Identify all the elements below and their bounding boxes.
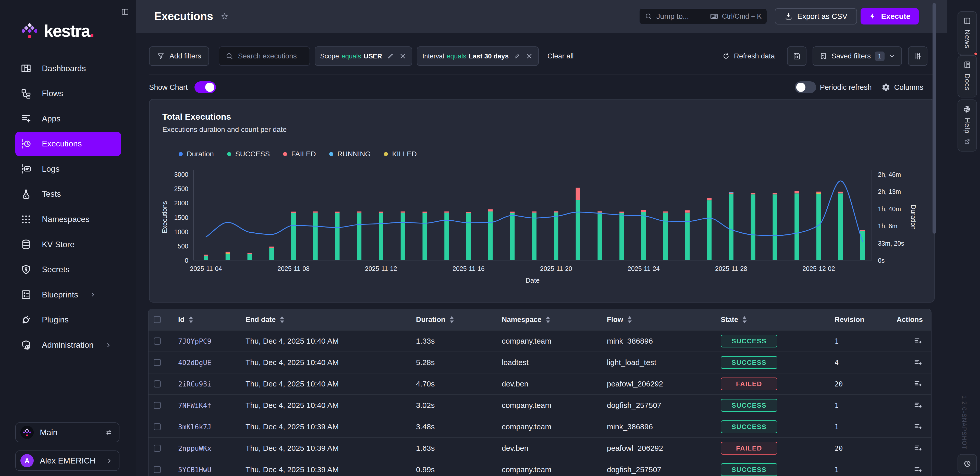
sidebar-item-blueprints[interactable]: Blueprints <box>15 282 121 307</box>
row-checkbox[interactable] <box>154 402 161 409</box>
add-filters-button[interactable]: Add filters <box>149 46 209 66</box>
column-header-namespace[interactable]: Namespace <box>502 316 607 324</box>
sidebar-item-plugins[interactable]: Plugins <box>15 308 121 332</box>
edit-icon[interactable] <box>387 53 394 59</box>
rail-tab-news[interactable]: News <box>958 11 977 55</box>
row-checkbox[interactable] <box>154 466 161 473</box>
search-placeholder: Search executions <box>238 52 297 60</box>
scrollbar-thumb[interactable] <box>932 3 936 234</box>
svg-text:2025-12-02: 2025-12-02 <box>802 265 835 272</box>
display-options-button[interactable] <box>908 46 928 66</box>
table-row[interactable]: 5YCB1HwUThu, Dec 4, 2025 10:39 AM0.99sco… <box>148 459 931 476</box>
refresh-icon <box>722 52 730 60</box>
favorite-star-icon[interactable] <box>220 12 229 21</box>
jump-to-search[interactable]: Jump to... Ctrl/Cmd + K <box>639 8 767 24</box>
blueprints-icon <box>21 289 32 300</box>
sort-icon[interactable] <box>280 316 284 324</box>
execution-id-link[interactable]: 4D2dDgUE <box>178 359 245 367</box>
table-row[interactable]: 2iRCu93iThu, Dec 4, 2025 10:40 AM4.70sde… <box>148 373 931 394</box>
column-header-flow[interactable]: Flow <box>607 316 721 324</box>
clear-all-button[interactable]: Clear all <box>547 52 574 60</box>
history-button[interactable] <box>958 454 977 473</box>
close-icon[interactable] <box>525 52 533 60</box>
chip-value: Last 30 days <box>469 52 509 60</box>
row-checkbox[interactable] <box>154 359 161 366</box>
row-actions-icon[interactable] <box>913 443 923 453</box>
column-header-duration[interactable]: Duration <box>416 316 502 324</box>
svg-text:0: 0 <box>185 257 188 264</box>
sort-icon[interactable] <box>189 316 193 324</box>
sidebar-item-namespaces[interactable]: Namespaces <box>15 207 121 232</box>
show-chart-toggle[interactable] <box>194 81 216 93</box>
sidebar-item-flows[interactable]: Flows <box>15 81 121 106</box>
rail-tab-docs[interactable]: Docs <box>958 55 977 97</box>
sidebar-item-administration[interactable]: Administration <box>15 333 121 357</box>
column-header-end-date[interactable]: End date <box>245 316 416 324</box>
periodic-refresh-toggle[interactable] <box>795 81 816 93</box>
switch-tenant-icon[interactable] <box>105 428 113 436</box>
table-row[interactable]: 7JQYpPC9Thu, Dec 4, 2025 10:40 AM1.33sco… <box>148 330 931 352</box>
tenant-selector[interactable]: Main <box>15 422 119 442</box>
column-header-id[interactable]: Id <box>178 316 245 324</box>
svg-text:Date: Date <box>526 276 540 284</box>
save-filter-button[interactable] <box>787 46 807 66</box>
execution-id-link[interactable]: 3mKl6k7J <box>178 423 245 431</box>
sidebar-item-kv-store[interactable]: KV Store <box>15 232 121 257</box>
close-icon[interactable] <box>399 52 407 60</box>
state-badge: FAILED <box>721 378 777 390</box>
row-checkbox[interactable] <box>154 380 161 387</box>
execution-id-link[interactable]: 2nppuWKx <box>178 444 245 452</box>
refresh-data-button[interactable]: Refresh data <box>722 52 775 60</box>
row-actions-icon[interactable] <box>913 422 923 432</box>
row-actions-icon[interactable] <box>913 358 923 367</box>
row-checkbox[interactable] <box>154 444 161 452</box>
search-executions-input[interactable]: Search executions <box>219 46 310 66</box>
show-chart-label: Show Chart <box>149 83 188 92</box>
row-actions-icon[interactable] <box>913 465 923 474</box>
columns-button[interactable]: Columns <box>881 83 923 92</box>
edit-icon[interactable] <box>514 53 520 59</box>
sidebar-item-executions[interactable]: Executions <box>15 132 121 156</box>
executions-chart[interactable]: 0500100015002000250030000s33m, 20s1h, 6m… <box>150 100 934 302</box>
table-row[interactable]: 2nppuWKxThu, Dec 4, 2025 10:39 AM1.63sde… <box>148 437 931 459</box>
execution-id-link[interactable]: 7NFWiK4f <box>178 401 245 409</box>
sidebar-item-tests[interactable]: Tests <box>15 182 121 206</box>
column-header-actions[interactable]: Actions <box>897 316 923 324</box>
table-row[interactable]: 4D2dDgUEThu, Dec 4, 2025 10:40 AM5.28slo… <box>148 352 931 373</box>
execute-button[interactable]: Execute <box>861 8 919 24</box>
table-row[interactable]: 3mKl6k7JThu, Dec 4, 2025 10:39 AM3.48sco… <box>148 416 931 437</box>
export-csv-button[interactable]: Export as CSV <box>775 8 857 24</box>
column-header-state[interactable]: State <box>721 316 835 324</box>
sidebar-item-dashboards[interactable]: Dashboards <box>15 56 121 81</box>
collapse-sidebar-icon[interactable] <box>121 8 129 16</box>
table-row[interactable]: 7NFWiK4fThu, Dec 4, 2025 10:40 AM3.02sco… <box>148 394 931 416</box>
row-checkbox[interactable] <box>154 423 161 430</box>
rail-tab-help[interactable]: Help <box>958 100 977 152</box>
sidebar-item-logs[interactable]: Logs <box>15 157 121 181</box>
sort-icon[interactable] <box>627 316 632 324</box>
user-menu[interactable]: A Alex EMERICH <box>15 451 119 471</box>
bookmark-icon <box>819 52 827 60</box>
open-in-new-icon <box>964 138 970 145</box>
sort-icon[interactable] <box>449 316 454 324</box>
kestra-logo[interactable]: kestra. <box>22 22 94 39</box>
svg-text:2h, 13m: 2h, 13m <box>878 188 901 195</box>
execution-id-link[interactable]: 2iRCu93i <box>178 380 245 388</box>
sort-icon[interactable] <box>742 316 747 324</box>
filter-chip-interval[interactable]: IntervalequalsLast 30 days <box>417 46 539 66</box>
page-title-group: Executions <box>154 0 229 33</box>
saved-filters-button[interactable]: Saved filters 1 <box>813 46 902 66</box>
row-checkbox[interactable] <box>154 338 161 344</box>
row-actions-icon[interactable] <box>913 379 923 389</box>
execution-id-link[interactable]: 7JQYpPC9 <box>178 337 245 345</box>
sort-icon[interactable] <box>546 316 550 324</box>
execution-id-link[interactable]: 5YCB1HwU <box>178 466 245 474</box>
filter-chip-scope[interactable]: ScopeequalsUSER <box>315 46 412 66</box>
tenant-icon <box>21 426 34 439</box>
row-actions-icon[interactable] <box>913 336 923 346</box>
sidebar-item-apps[interactable]: Apps <box>15 106 121 131</box>
sidebar-item-secrets[interactable]: Secrets <box>15 257 121 282</box>
row-actions-icon[interactable] <box>913 400 923 410</box>
column-header-revision[interactable]: Revision <box>835 316 896 324</box>
select-all-checkbox[interactable] <box>154 316 161 323</box>
